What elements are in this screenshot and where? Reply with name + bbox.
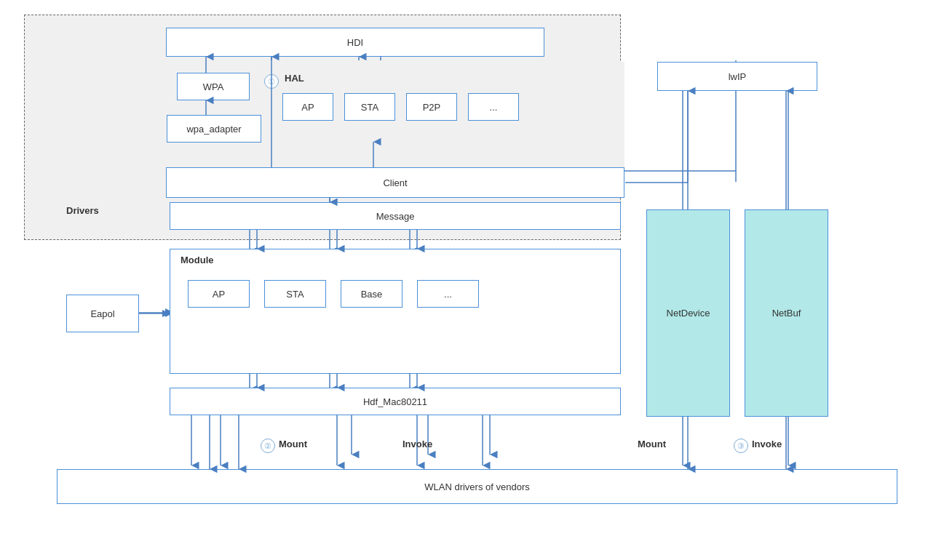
hal-dots-label: ... [490, 102, 498, 113]
mod-base-box: Base [341, 280, 402, 308]
message-box: Message [170, 202, 621, 230]
circle-1: ① [264, 74, 279, 89]
eapol-label: Eapol [90, 308, 114, 319]
circle-2: ② [261, 439, 275, 453]
lwip-label: lwIP [729, 71, 747, 82]
hal-label: HAL [285, 73, 304, 84]
mod-sta-box: STA [264, 280, 326, 308]
hdf-mac-box: Hdf_Mac80211 [170, 388, 621, 415]
invoke-label-2: Invoke [752, 439, 782, 449]
circle-3: ③ [734, 439, 748, 453]
hdi-label: HDI [347, 37, 363, 48]
wpa-label: WPA [203, 81, 224, 92]
eapol-box: Eapol [66, 295, 139, 332]
hal-sta-label: STA [361, 102, 378, 113]
mod-sta-label: STA [286, 289, 304, 300]
hal-p2p-box: P2P [406, 93, 457, 121]
hal-sta-box: STA [344, 93, 395, 121]
module-text: Module [181, 255, 214, 265]
mod-dots-label: ... [444, 289, 452, 300]
hdi-box: HDI [166, 28, 544, 57]
module-outer-box [170, 249, 621, 374]
client-box: Client [166, 167, 624, 198]
mod-ap-label: AP [213, 289, 225, 300]
wpa-adapter-box: wpa_adapter [167, 115, 261, 143]
wpa-box: WPA [177, 73, 250, 100]
drivers-text: Drivers [66, 205, 99, 216]
invoke-label-1: Invoke [402, 439, 432, 449]
netdevice-label: NetDevice [667, 308, 710, 319]
client-label: Client [383, 177, 407, 188]
wlan-drivers-label: WLAN drivers of vendors [424, 481, 530, 492]
netdevice-box: NetDevice [646, 209, 730, 417]
hal-dots-box: ... [468, 93, 519, 121]
message-label: Message [376, 211, 415, 222]
hdf-mac-label: Hdf_Mac80211 [363, 396, 427, 407]
mod-ap-box: AP [188, 280, 250, 308]
hal-ap-box: AP [282, 93, 333, 121]
hal-ap-label: AP [301, 102, 314, 113]
mount-label-2: Mount [638, 439, 666, 449]
netbuf-label: NetBuf [772, 308, 801, 319]
lwip-box: lwIP [657, 62, 817, 91]
diagram: HDI lwIP WPA wpa_adapter ① HAL AP STA P2… [24, 15, 912, 545]
wlan-drivers-box: WLAN drivers of vendors [57, 469, 897, 504]
hal-p2p-label: P2P [423, 102, 441, 113]
wpa-adapter-label: wpa_adapter [186, 124, 241, 135]
mount-label-1: Mount [279, 439, 307, 449]
mod-dots-box: ... [417, 280, 479, 308]
mod-base-label: Base [361, 289, 383, 300]
netbuf-box: NetBuf [745, 209, 828, 417]
